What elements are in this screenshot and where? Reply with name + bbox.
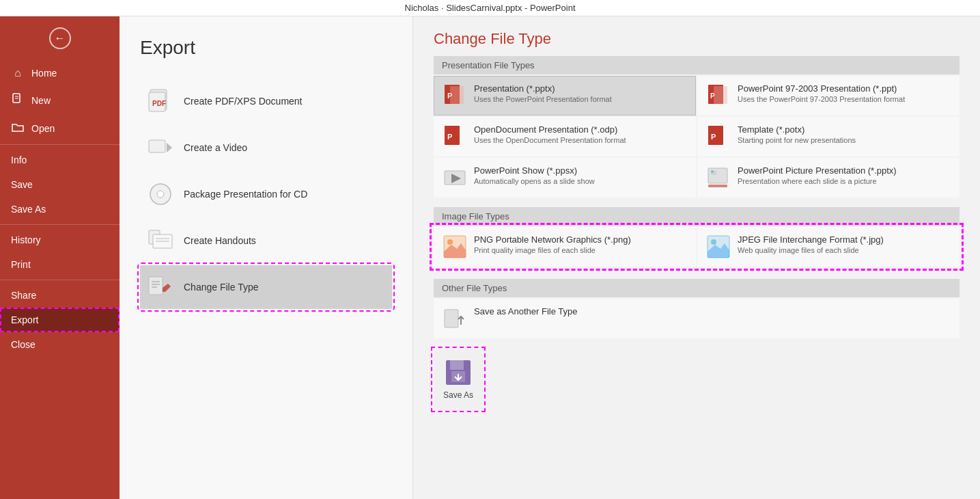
svg-point-35 <box>447 239 453 245</box>
file-type-odp[interactable]: P OpenDocument Presentation (*.odp) Uses… <box>434 117 696 157</box>
export-label-pdf: Create PDF/XPS Document <box>184 96 303 107</box>
export-label-video: Create a Video <box>184 142 247 153</box>
file-type-png[interactable]: PNG Portable Network Graphics (*.png) Pr… <box>434 227 696 267</box>
svg-rect-33 <box>708 185 727 187</box>
svg-rect-20 <box>450 86 464 104</box>
change-file-type-title: Change File Type <box>434 30 960 48</box>
presentation-section-header: Presentation File Types <box>434 56 960 75</box>
svg-rect-41 <box>450 360 464 370</box>
sidebar-item-share[interactable]: Share <box>0 283 120 308</box>
sidebar-label-save: Save <box>11 179 33 190</box>
svg-text:P: P <box>711 133 716 141</box>
pptx-icon: P <box>443 83 467 108</box>
export-create-handouts[interactable]: Create Handouts <box>140 219 392 262</box>
back-button[interactable]: ← <box>0 16 120 60</box>
ppsx-icon <box>443 165 467 190</box>
other-section-header: Other File Types <box>434 279 960 297</box>
svg-point-9 <box>157 191 164 198</box>
sidebar-item-open[interactable]: Open <box>0 115 120 141</box>
video-icon <box>147 134 174 161</box>
svg-rect-6 <box>149 140 165 152</box>
file-type-ppt97[interactable]: P PowerPoint 97-2003 Presentation (*.ppt… <box>697 76 960 116</box>
picture-pptx-icon <box>706 165 731 190</box>
save-as-icon <box>445 359 472 386</box>
presentation-file-types-grid: P Presentation (*.pptx) Uses the PowerPo… <box>434 76 960 198</box>
sidebar-label-save-as: Save As <box>11 204 46 215</box>
cd-icon <box>147 180 174 208</box>
image-section-header: Image File Types <box>434 207 960 226</box>
svg-text:PDF: PDF <box>152 100 166 107</box>
sidebar-label-new: New <box>31 95 51 106</box>
home-icon: ⌂ <box>11 67 25 79</box>
title-text: Nicholas · SlidesCarnival.pptx - PowerPo… <box>405 3 576 13</box>
svg-point-37 <box>711 239 716 245</box>
open-icon <box>11 122 25 135</box>
another-icon <box>443 306 467 331</box>
sidebar-label-close: Close <box>11 339 36 350</box>
odp-text: OpenDocument Presentation (*.odp) Uses t… <box>474 124 626 144</box>
pptx-text: Presentation (*.pptx) Uses the PowerPoin… <box>474 83 612 103</box>
sidebar-divider-2 <box>0 224 120 225</box>
file-type-icon <box>147 273 174 301</box>
save-as-label: Save As <box>443 390 473 400</box>
ppt97-text: PowerPoint 97-2003 Presentation (*.ppt) … <box>738 83 905 103</box>
svg-text:P: P <box>447 133 452 141</box>
pdf-icon: PDF <box>147 87 174 115</box>
sidebar-item-history[interactable]: History <box>0 228 120 252</box>
sidebar-label-info: Info <box>11 154 27 165</box>
ppsx-text: PowerPoint Show (*.ppsx) Automatically o… <box>474 165 595 185</box>
picture-pptx-text: PowerPoint Picture Presentation (*.pptx)… <box>738 165 897 185</box>
file-type-ppsx[interactable]: PowerPoint Show (*.ppsx) Automatically o… <box>434 158 696 198</box>
sidebar-divider-1 <box>0 144 120 145</box>
file-type-picture-pptx[interactable]: PowerPoint Picture Presentation (*.pptx)… <box>697 158 960 198</box>
sidebar-item-print[interactable]: Print <box>0 252 120 277</box>
odp-icon: P <box>443 124 467 149</box>
png-text: PNG Portable Network Graphics (*.png) Pr… <box>474 234 631 254</box>
potx-icon: P <box>706 124 731 149</box>
svg-rect-38 <box>445 310 458 327</box>
sidebar-label-print: Print <box>11 259 31 270</box>
export-label-cd: Package Presentation for CD <box>184 189 307 200</box>
export-create-video[interactable]: Create a Video <box>140 126 392 170</box>
sidebar: ← ⌂ Home New Open Info Save Save As <box>0 16 120 499</box>
sidebar-label-history: History <box>11 234 41 245</box>
back-circle-icon: ← <box>49 27 71 49</box>
export-label-change-file-type: Change File Type <box>184 282 258 293</box>
svg-marker-7 <box>167 143 172 152</box>
export-package-cd[interactable]: Package Presentation for CD <box>140 172 392 216</box>
file-type-potx[interactable]: P Template (*.potx) Starting point for n… <box>697 117 960 157</box>
file-type-another[interactable]: Save as Another File Type <box>434 299 960 338</box>
jpg-text: JPEG File Interchange Format (*.jpg) Web… <box>738 234 884 254</box>
svg-rect-14 <box>149 277 163 295</box>
jpg-icon <box>706 234 731 259</box>
page-title: Export <box>140 37 392 59</box>
file-type-pptx[interactable]: P Presentation (*.pptx) Uses the PowerPo… <box>434 76 696 116</box>
new-icon <box>11 93 25 108</box>
another-text: Save as Another File Type <box>474 306 578 318</box>
file-type-jpg[interactable]: JPEG File Interchange Format (*.jpg) Web… <box>697 227 960 267</box>
sidebar-item-export[interactable]: Export <box>0 308 120 332</box>
png-icon <box>443 234 467 259</box>
sidebar-item-new[interactable]: New <box>0 86 120 115</box>
right-panel: Change File Type Presentation File Types… <box>413 16 980 499</box>
sidebar-item-home[interactable]: ⌂ Home <box>0 60 120 86</box>
sidebar-label-export: Export <box>11 314 38 325</box>
sidebar-item-close[interactable]: Close <box>0 332 120 357</box>
title-bar: Nicholas · SlidesCarnival.pptx - PowerPo… <box>0 0 980 16</box>
handouts-icon <box>147 227 174 254</box>
export-label-handouts: Create Handouts <box>184 235 256 246</box>
sidebar-item-save[interactable]: Save <box>0 172 120 197</box>
sidebar-item-info[interactable]: Info <box>0 148 120 172</box>
potx-text: Template (*.potx) Starting point for new… <box>738 124 856 144</box>
export-change-file-type[interactable]: Change File Type <box>140 265 392 309</box>
sidebar-label-share: Share <box>11 290 36 301</box>
svg-point-32 <box>711 170 714 173</box>
export-create-pdf[interactable]: PDF Create PDF/XPS Document <box>140 79 392 123</box>
svg-rect-30 <box>708 168 727 183</box>
sidebar-item-save-as[interactable]: Save As <box>0 197 120 221</box>
sidebar-label-open: Open <box>31 123 55 134</box>
middle-panel: Export PDF Create PDF/XPS Document Creat… <box>120 16 413 499</box>
save-as-button[interactable]: Save As <box>434 349 483 409</box>
sidebar-label-home: Home <box>31 68 57 79</box>
svg-rect-23 <box>714 86 727 104</box>
